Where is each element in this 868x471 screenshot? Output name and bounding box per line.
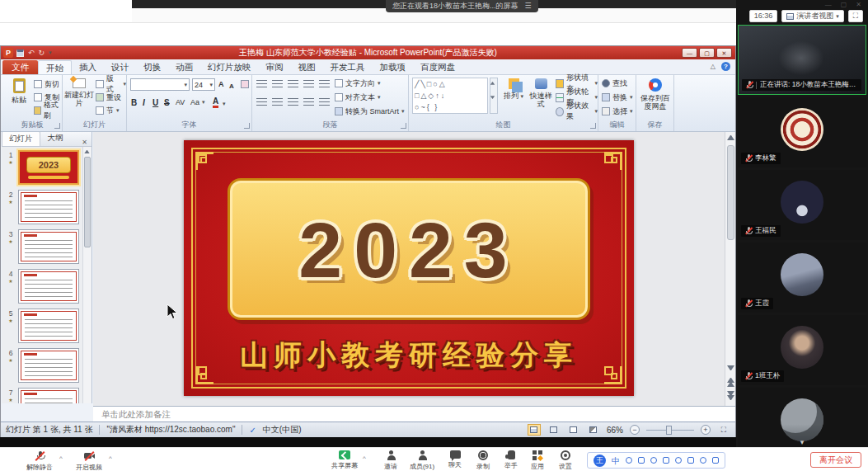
normal-view-button[interactable]: [528, 424, 541, 436]
save-icon[interactable]: [16, 49, 24, 57]
minimize-button[interactable]: —: [825, 1, 832, 8]
text-direction-button[interactable]: 文字方向▾: [335, 78, 381, 89]
current-slide[interactable]: 2023 山师小教考研经验分享: [184, 140, 634, 396]
participant-tile-speaker[interactable]: 正在讲话: 18小教苗本王艳梅2...: [738, 25, 866, 95]
maximize-button[interactable]: ▢: [841, 1, 847, 8]
tab-view[interactable]: 视图: [291, 60, 323, 74]
scroll-up-icon[interactable]: [727, 135, 734, 140]
tab-developer[interactable]: 开发工具: [323, 60, 373, 74]
ime-toolbar[interactable]: 王 中: [587, 452, 725, 469]
font-size-select[interactable]: 24▾: [192, 78, 215, 91]
fit-to-window-button[interactable]: ⛶: [717, 424, 730, 436]
ime-pencil-icon[interactable]: [638, 457, 645, 464]
slide-thumbnail-7[interactable]: 7★: [4, 388, 80, 403]
ime-keyboard-icon[interactable]: [687, 457, 694, 464]
video-options-chevron-icon[interactable]: ^: [109, 455, 112, 462]
decrease-indent-icon[interactable]: [288, 80, 298, 89]
scrollbar-thumb[interactable]: [727, 145, 734, 240]
ppt-maximize-button[interactable]: ▢: [699, 48, 715, 58]
align-center-icon[interactable]: [272, 98, 283, 107]
select-button[interactable]: 选择▾: [602, 106, 633, 117]
participant-tile-5[interactable]: 1班王朴: [738, 315, 866, 385]
paste-button[interactable]: 粘贴: [2, 77, 35, 116]
close-button[interactable]: ✕: [856, 1, 861, 8]
spellcheck-icon[interactable]: ✓: [249, 426, 256, 435]
slide-thumbnail-2[interactable]: 2★: [4, 190, 80, 228]
new-slide-button[interactable]: 新建幻灯片: [63, 77, 96, 116]
tab-baidu-pan[interactable]: 百度网盘: [413, 60, 462, 74]
share-options-chevron-icon[interactable]: ^: [363, 455, 366, 462]
slide-sorter-button[interactable]: [547, 424, 561, 436]
participant-tile-6[interactable]: ▾: [738, 388, 866, 447]
tab-insert[interactable]: 插入: [72, 60, 104, 74]
undo-icon[interactable]: ↶: [28, 49, 35, 57]
slide-thumbnail-3[interactable]: 3★: [4, 229, 80, 267]
ime-settings-icon[interactable]: [712, 457, 719, 464]
participant-tile-4[interactable]: 王霞: [738, 243, 866, 313]
ime-language-toggle[interactable]: 中: [612, 455, 620, 467]
tab-design[interactable]: 设计: [104, 60, 136, 74]
ime-punctuation-icon[interactable]: [626, 457, 632, 464]
tab-animations[interactable]: 动画: [168, 60, 200, 74]
ime-cloud-icon[interactable]: [675, 457, 682, 464]
shapes-gallery[interactable]: ╱╲□○△ □△◇↑↓ ○~{ }: [412, 78, 488, 114]
help-icon[interactable]: ?: [721, 62, 730, 71]
columns-icon[interactable]: [319, 98, 330, 107]
zoom-in-button[interactable]: +: [701, 425, 711, 435]
mic-options-chevron-icon[interactable]: ^: [59, 455, 63, 462]
zoom-slider-thumb[interactable]: [666, 426, 672, 435]
arrange-button[interactable]: 排列 ▾: [501, 77, 526, 116]
pane-tab-outline[interactable]: 大纲: [40, 132, 71, 146]
increase-indent-icon[interactable]: [303, 80, 314, 89]
reading-view-button[interactable]: [567, 424, 580, 436]
align-left-icon[interactable]: [256, 98, 267, 107]
view-mode-selector[interactable]: 演讲者视图 ▾: [781, 10, 844, 22]
layout-button[interactable]: 版式▾: [96, 78, 126, 90]
ppt-minimize-button[interactable]: —: [682, 48, 697, 58]
align-right-icon[interactable]: [288, 98, 298, 107]
font-color-chevron-icon[interactable]: ▾: [223, 98, 226, 110]
language-indicator[interactable]: 中文(中国): [263, 424, 302, 436]
slide-thumbnail-6[interactable]: 6★: [4, 348, 80, 386]
pane-tab-slides[interactable]: 幻灯片: [2, 132, 40, 146]
ppt-close-button[interactable]: ✕: [716, 48, 732, 58]
slide-thumbnail-5[interactable]: 5★: [4, 309, 80, 346]
fullscreen-button[interactable]: ⛶: [848, 10, 863, 22]
canvas-scrollbar[interactable]: [725, 132, 735, 406]
find-button[interactable]: 查找: [602, 78, 627, 89]
ppt-title-bar[interactable]: P ↶ ↻ ▾ 王艳梅 山东师范大学小教经验贴 - Microsoft Powe…: [1, 46, 735, 59]
justify-icon[interactable]: [303, 98, 314, 107]
redo-icon[interactable]: ↻: [39, 49, 45, 57]
replace-button[interactable]: 替换▾: [602, 92, 633, 103]
settings-button[interactable]: 设置: [547, 450, 584, 471]
slide-thumbnail-1[interactable]: 1★ 2023: [4, 150, 80, 188]
clear-formatting-button[interactable]: [241, 78, 249, 90]
participant-tile-3[interactable]: 王福民: [738, 170, 866, 240]
zoom-out-button[interactable]: −: [630, 425, 640, 435]
tab-home[interactable]: 开始: [38, 60, 72, 74]
ime-clipboard-icon[interactable]: [663, 457, 669, 464]
font-name-select[interactable]: ▾: [130, 78, 190, 91]
section-button[interactable]: 节▾: [96, 105, 120, 116]
quick-styles-button[interactable]: 快速样式: [528, 77, 554, 116]
ime-skin-icon[interactable]: [700, 457, 706, 464]
collapse-ribbon-icon[interactable]: △: [711, 63, 716, 70]
notes-placeholder[interactable]: 单击此处添加备注: [93, 406, 735, 422]
tab-review[interactable]: 审阅: [259, 60, 291, 74]
tab-transitions[interactable]: 切换: [136, 60, 168, 74]
share-screen-button[interactable]: 共享屏幕: [326, 450, 363, 470]
tab-file[interactable]: 文件: [2, 60, 38, 74]
reset-button[interactable]: 重设: [96, 92, 121, 103]
shape-effects-button[interactable]: 形状效果▾: [556, 106, 598, 117]
bullets-icon[interactable]: [256, 80, 267, 89]
align-text-button[interactable]: 对齐文本▾: [335, 92, 381, 103]
change-case-button[interactable]: Aa▾: [190, 97, 205, 108]
shapes-scroll[interactable]: [490, 78, 498, 114]
unmute-button[interactable]: 解除静音: [21, 450, 58, 471]
grow-font-button[interactable]: A: [218, 78, 224, 90]
pane-scrollbar[interactable]: [82, 147, 91, 403]
tab-slideshow[interactable]: 幻灯片放映: [200, 60, 259, 74]
ime-emoji-icon[interactable]: [650, 457, 657, 464]
italic-button[interactable]: I: [143, 97, 145, 108]
scroll-down-icon[interactable]: [727, 365, 734, 370]
